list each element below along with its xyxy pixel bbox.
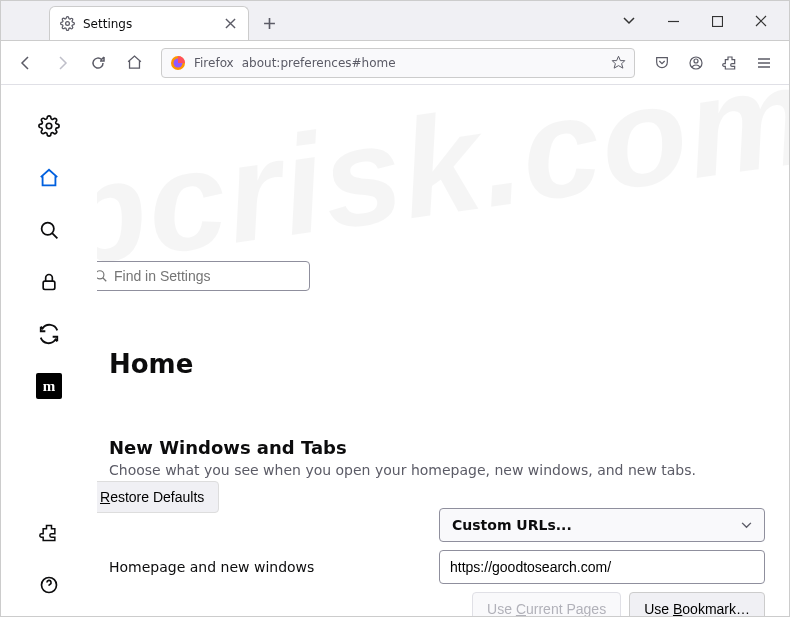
find-input[interactable] xyxy=(114,268,301,284)
identity-label: Firefox xyxy=(194,56,234,70)
bookmark-star-icon[interactable] xyxy=(611,55,626,70)
search-icon xyxy=(97,269,108,283)
sidebar-item-privacy[interactable] xyxy=(32,265,66,299)
sidebar-item-search[interactable] xyxy=(32,213,66,247)
account-icon[interactable] xyxy=(681,48,711,78)
gear-icon xyxy=(60,16,75,31)
sidebar-item-sync[interactable] xyxy=(32,317,66,351)
page-title: Home xyxy=(109,349,765,379)
chevron-down-icon xyxy=(741,522,752,529)
browser-tab[interactable]: Settings xyxy=(49,6,249,40)
find-in-settings[interactable] xyxy=(97,261,310,291)
sidebar-item-home[interactable] xyxy=(32,161,66,195)
sidebar-item-help[interactable] xyxy=(32,568,66,602)
back-button[interactable] xyxy=(11,48,41,78)
svg-point-8 xyxy=(41,222,53,234)
tabs-chevron-icon[interactable] xyxy=(619,11,639,31)
svg-point-6 xyxy=(694,59,698,63)
sidebar: m xyxy=(1,85,97,616)
tab-bar: Settings xyxy=(1,1,789,41)
maximize-icon[interactable] xyxy=(707,11,727,31)
sidebar-item-general[interactable] xyxy=(32,109,66,143)
home-button[interactable] xyxy=(119,48,149,78)
menu-icon[interactable] xyxy=(749,48,779,78)
reload-button[interactable] xyxy=(83,48,113,78)
homepage-row-label: Homepage and new windows xyxy=(109,559,439,575)
section-desc: Choose what you see when you open your h… xyxy=(109,462,765,478)
svg-point-0 xyxy=(66,22,70,26)
svg-rect-1 xyxy=(712,16,722,26)
mozilla-icon: m xyxy=(36,373,62,399)
close-window-icon[interactable] xyxy=(751,11,771,31)
homepage-url-input[interactable] xyxy=(439,550,765,584)
section-heading-windows-tabs: New Windows and Tabs xyxy=(109,437,765,458)
url-bar[interactable]: Firefox about:preferences#home xyxy=(161,48,635,78)
forward-button[interactable] xyxy=(47,48,77,78)
main-panel: pcrisk.com Home Restore Defaults New Win… xyxy=(97,85,789,616)
close-icon[interactable] xyxy=(222,16,238,32)
new-tab-button[interactable] xyxy=(255,9,283,37)
use-bookmark-button[interactable]: Use Bookmark… xyxy=(629,592,765,616)
minimize-icon[interactable] xyxy=(663,11,683,31)
firefox-logo-icon xyxy=(170,55,186,71)
content-region: m pcrisk.com Home Restore Defaults New W… xyxy=(1,85,789,616)
url-address: about:preferences#home xyxy=(242,56,603,70)
svg-marker-4 xyxy=(612,56,625,68)
toolbar: Firefox about:preferences#home xyxy=(1,41,789,85)
use-current-pages-button: Use Current Pages xyxy=(472,592,621,616)
sidebar-item-extensions[interactable] xyxy=(32,516,66,550)
sidebar-item-mozilla[interactable]: m xyxy=(32,369,66,403)
window-controls xyxy=(619,1,789,41)
homepage-select[interactable]: Custom URLs... xyxy=(439,508,765,542)
tab-title: Settings xyxy=(83,17,214,31)
svg-rect-9 xyxy=(43,281,55,289)
pocket-icon[interactable] xyxy=(647,48,677,78)
svg-point-7 xyxy=(46,123,52,129)
extensions-icon[interactable] xyxy=(715,48,745,78)
